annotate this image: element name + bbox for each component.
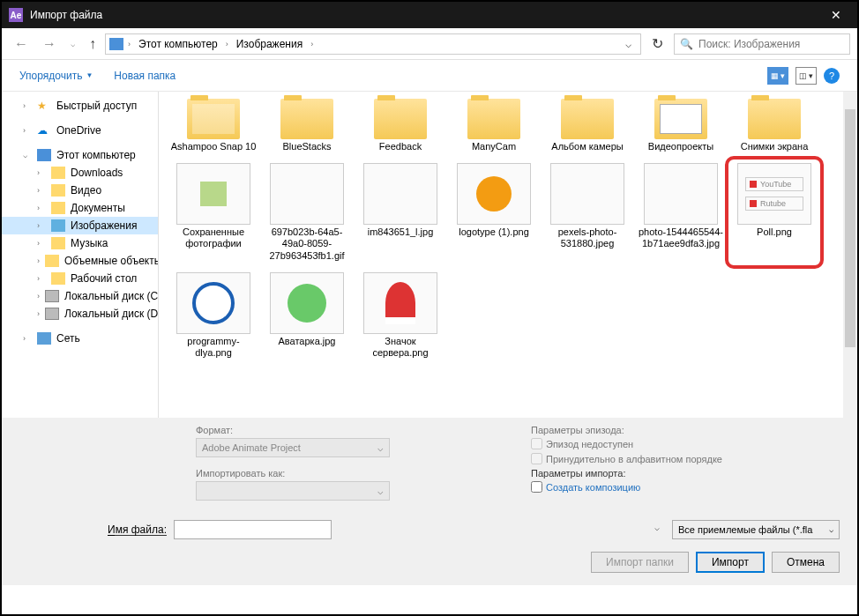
folder-item[interactable]: Видеопроекты bbox=[635, 95, 727, 156]
folder-item[interactable]: Альбом камеры bbox=[542, 95, 633, 156]
folder-item[interactable]: Ashampoo Snap 10 bbox=[168, 95, 259, 156]
pc-icon bbox=[109, 38, 123, 50]
recent-dropdown[interactable]: ⌵ bbox=[65, 36, 80, 52]
close-button[interactable]: ✕ bbox=[822, 8, 850, 22]
folder-item[interactable]: Feedback bbox=[355, 95, 446, 156]
episode-params-label: Параметры эпизода: bbox=[531, 425, 840, 435]
organize-button[interactable]: Упорядочить ▼ bbox=[19, 70, 93, 82]
file-item[interactable]: im843651_l.jpg bbox=[355, 160, 446, 265]
folder-icon bbox=[51, 184, 65, 197]
force-alpha-checkbox: Принудительно в алфавитном порядке bbox=[531, 453, 840, 464]
cloud-icon: ☁ bbox=[37, 124, 51, 137]
filename-input[interactable] bbox=[174, 520, 332, 539]
network-icon bbox=[37, 332, 51, 345]
cancel-button[interactable]: Отмена bbox=[772, 552, 840, 573]
scrollbar[interactable] bbox=[843, 92, 857, 418]
folder-item[interactable]: Снимки экрана bbox=[728, 95, 820, 156]
search-icon: 🔍 bbox=[680, 38, 693, 50]
sidebar-onedrive[interactable]: ›☁OneDrive bbox=[2, 122, 158, 139]
app-icon: Ae bbox=[9, 8, 23, 22]
preview-pane-button[interactable]: ◫ ▾ bbox=[796, 67, 817, 85]
window-title: Импорт файла bbox=[30, 9, 102, 21]
filetype-select[interactable]: Все приемлемые файлы (*.fla⌵ bbox=[672, 520, 840, 539]
toolbar: Упорядочить ▼ Новая папка ▦ ▾ ◫ ▾ ? bbox=[2, 60, 857, 92]
refresh-button[interactable]: ↻ bbox=[645, 32, 670, 56]
folder-icon bbox=[51, 237, 65, 249]
titlebar: Ae Импорт файла ✕ bbox=[2, 2, 857, 28]
search-placeholder: Поиск: Изображения bbox=[698, 38, 800, 50]
sidebar-network[interactable]: ›Сеть bbox=[2, 330, 158, 347]
file-item[interactable]: 697b023b-64a5-49a0-8059-27b963453fb1.gif bbox=[261, 160, 353, 265]
file-item[interactable]: programmy-dlya.png bbox=[168, 269, 259, 362]
view-mode-button[interactable]: ▦ ▾ bbox=[767, 67, 788, 85]
import-folder-button: Импорт папки bbox=[591, 552, 689, 573]
star-icon: ★ bbox=[37, 100, 51, 112]
button-row: Импорт папки Импорт Отмена bbox=[2, 546, 857, 585]
format-select[interactable]: Adobe Animate Project⌵ bbox=[196, 438, 390, 457]
sidebar-3d-objects[interactable]: ›Объемные объекты bbox=[2, 252, 158, 270]
help-button[interactable]: ? bbox=[824, 68, 840, 84]
new-folder-button[interactable]: Новая папка bbox=[114, 70, 176, 82]
disk-icon bbox=[45, 308, 59, 320]
breadcrumb-drop[interactable]: ⌵ bbox=[620, 38, 637, 50]
sidebar-video[interactable]: ›Видео bbox=[2, 182, 158, 199]
pictures-icon bbox=[51, 219, 65, 232]
format-label: Формат: bbox=[196, 425, 504, 435]
sidebar-music[interactable]: ›Музыка bbox=[2, 234, 158, 252]
folder-icon bbox=[51, 167, 65, 179]
file-item[interactable]: Аватарка.jpg bbox=[261, 269, 353, 362]
import-as-label: Импортировать как: bbox=[196, 468, 504, 479]
search-input[interactable]: 🔍 Поиск: Изображения bbox=[674, 33, 850, 55]
sidebar-documents[interactable]: ›Документы bbox=[2, 199, 158, 217]
folder-icon bbox=[51, 202, 65, 214]
import-params-label: Параметры импорта: bbox=[531, 468, 840, 479]
bc-pc[interactable]: Этот компьютер bbox=[135, 36, 221, 52]
import-button[interactable]: Импорт bbox=[696, 552, 765, 573]
file-item[interactable]: logotype (1).png bbox=[448, 160, 540, 265]
file-item[interactable]: Значок сервера.png bbox=[355, 269, 446, 362]
sidebar-quick-access[interactable]: ›★Быстрый доступ bbox=[2, 97, 158, 115]
episode-unavailable-checkbox: Эпизод недоступен bbox=[531, 438, 840, 449]
file-list: Ashampoo Snap 10 BlueStacks Feedback Man… bbox=[159, 92, 857, 418]
folder-item[interactable]: ManyCam bbox=[448, 95, 540, 156]
sidebar-desktop[interactable]: ›Рабочий стол bbox=[2, 270, 158, 287]
bc-location[interactable]: Изображения bbox=[233, 36, 306, 52]
nav-bar: ← → ⌵ ↑ › Этот компьютер › Изображения ›… bbox=[2, 28, 857, 60]
create-composition-checkbox[interactable]: Создать композицию bbox=[531, 481, 840, 493]
folder-item[interactable]: BlueStacks bbox=[261, 95, 353, 156]
file-item-selected[interactable]: YouTube Rutube Poll.png bbox=[728, 160, 820, 265]
folder-item[interactable]: Сохраненные фотографии bbox=[168, 160, 259, 265]
up-button[interactable]: ↑ bbox=[84, 33, 101, 56]
sidebar-this-pc[interactable]: ⌵Этот компьютер bbox=[2, 146, 158, 164]
chevron-right-icon: › bbox=[223, 40, 231, 48]
sidebar-downloads[interactable]: ›Downloads bbox=[2, 164, 158, 182]
pc-icon bbox=[37, 149, 51, 161]
filename-row: ИИмя файла:мя файла: Все приемлемые файл… bbox=[2, 508, 857, 546]
folder-icon bbox=[51, 272, 65, 285]
sidebar-disk-c[interactable]: ›Локальный диск (C:) bbox=[2, 287, 158, 305]
sidebar-disk-d[interactable]: ›Локальный диск (D:) bbox=[2, 305, 158, 323]
options-panel: Формат: Adobe Animate Project⌵ Параметры… bbox=[2, 418, 857, 508]
breadcrumb[interactable]: › Этот компьютер › Изображения › ⌵ bbox=[105, 33, 641, 55]
sidebar-images[interactable]: ›Изображения bbox=[2, 217, 158, 234]
chevron-right-icon: › bbox=[125, 40, 133, 48]
file-item[interactable]: photo-1544465544-1b71aee9dfa3.jpg bbox=[635, 160, 727, 265]
folder-icon bbox=[45, 255, 59, 267]
filename-label: ИИмя файла:мя файла: bbox=[108, 523, 167, 536]
import-as-select[interactable]: ⌵ bbox=[196, 481, 390, 501]
back-button[interactable]: ← bbox=[9, 33, 34, 56]
sidebar: ›★Быстрый доступ ›☁OneDrive ⌵Этот компью… bbox=[2, 92, 159, 418]
file-item[interactable]: pexels-photo-531880.jpeg bbox=[542, 160, 633, 265]
disk-icon bbox=[45, 290, 59, 302]
forward-button: → bbox=[37, 33, 62, 56]
chevron-right-icon: › bbox=[308, 40, 316, 48]
